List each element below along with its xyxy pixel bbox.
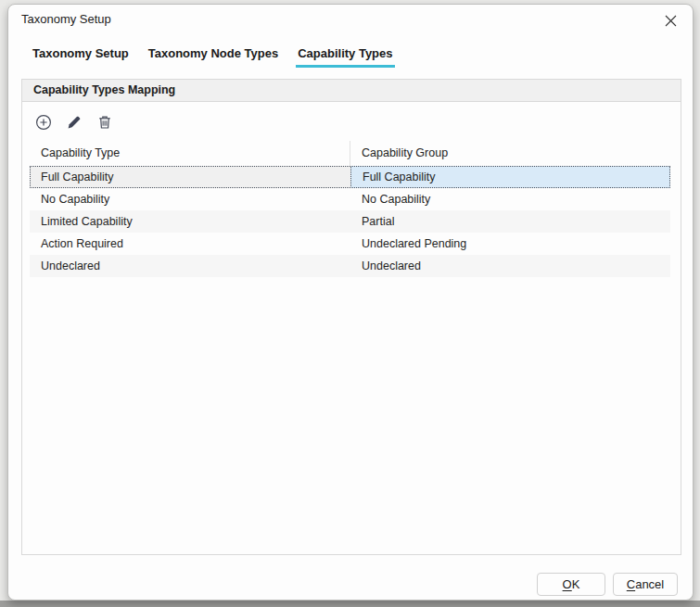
cancel-button-mnemonic: C (627, 577, 635, 591)
capability-group-cell[interactable]: Undeclared Pending (350, 233, 670, 255)
capability-type-cell[interactable]: Action Required (30, 233, 350, 255)
column-header-capability-group[interactable]: Capability Group (350, 141, 670, 166)
edit-button[interactable] (64, 112, 84, 133)
group-title: Capability Types Mapping (33, 83, 175, 96)
tab-taxonomy-setup[interactable]: Taxonomy Setup (31, 46, 131, 68)
column-header-capability-type[interactable]: Capability Type (30, 141, 350, 166)
edit-pencil-icon (66, 114, 83, 131)
background-bottom-strip (0, 601, 700, 607)
capability-type-cell[interactable]: No Capability (30, 188, 350, 210)
close-icon (665, 15, 677, 27)
dialog-title: Taxonomy Setup (21, 12, 111, 26)
capability-type-cell[interactable]: Limited Capability (30, 210, 350, 233)
delete-button[interactable] (95, 112, 115, 133)
capability-group-cell[interactable]: Partial (350, 210, 670, 233)
capability-types-mapping-group: Capability Types Mapping (21, 79, 681, 555)
capability-group-cell[interactable]: Full Capability (350, 166, 670, 188)
capability-type-cell[interactable]: Undeclared (30, 255, 350, 277)
table-header-row: Capability Type Capability Group (30, 141, 670, 166)
ok-button-mnemonic: O (563, 577, 572, 591)
ok-button[interactable]: OK (537, 573, 605, 596)
cancel-button-label-rest: ancel (635, 577, 664, 591)
mapping-toolbar (33, 112, 681, 133)
table-row[interactable]: Limited Capability Partial (30, 210, 670, 233)
taxonomy-setup-dialog: Taxonomy Setup Taxonomy Setup Taxonomy N… (7, 4, 694, 601)
table-row[interactable]: Action Required Undeclared Pending (30, 233, 670, 255)
close-button[interactable] (655, 7, 685, 33)
tab-capability-types[interactable]: Capability Types (296, 46, 394, 68)
delete-trash-icon (96, 114, 113, 131)
tab-bar: Taxonomy Setup Taxonomy Node Types Capab… (31, 46, 411, 68)
cancel-button[interactable]: Cancel (613, 573, 678, 596)
capability-types-table: Capability Type Capability Group Full Ca… (30, 141, 670, 277)
table-row[interactable]: Undeclared Undeclared (30, 255, 670, 277)
capability-group-cell[interactable]: No Capability (350, 188, 670, 210)
ok-button-label-rest: K (572, 577, 580, 591)
table-row[interactable]: No Capability No Capability (30, 188, 670, 210)
add-button[interactable] (33, 112, 54, 133)
capability-type-cell[interactable]: Full Capability (30, 166, 350, 188)
capability-group-cell[interactable]: Undeclared (350, 255, 670, 277)
tab-taxonomy-node-types[interactable]: Taxonomy Node Types (146, 46, 280, 68)
table-row[interactable]: Full Capability Full Capability (30, 166, 670, 188)
group-header: Capability Types Mapping (22, 80, 681, 102)
add-circle-plus-icon (35, 114, 52, 131)
